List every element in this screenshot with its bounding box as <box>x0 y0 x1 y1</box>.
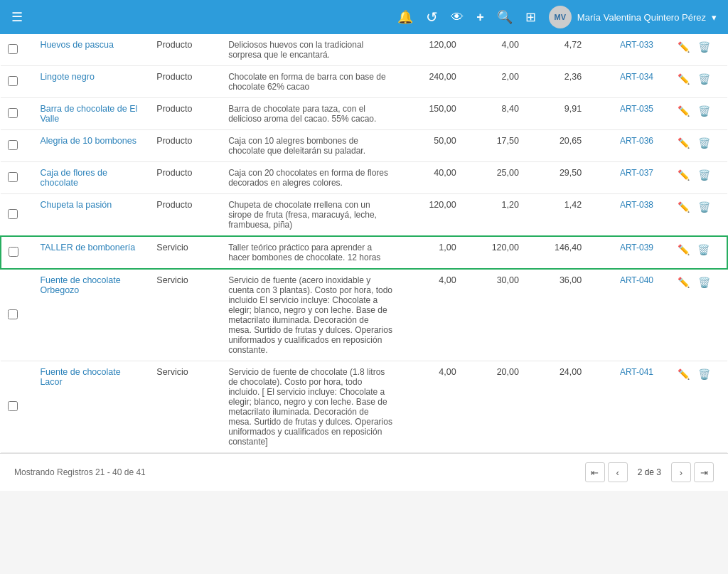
user-info[interactable]: MV María Valentina Quintero Pérez ▾ <box>549 6 717 28</box>
product-price-cell: 8,40 <box>464 98 526 130</box>
product-name-cell: TALLER de bombonería <box>33 236 149 269</box>
edit-button[interactable]: ✏️ <box>675 72 692 86</box>
edit-button[interactable]: ✏️ <box>675 104 692 118</box>
table-row: Lingote negro Producto Chocolate en form… <box>1 66 727 98</box>
menu-icon[interactable]: ☰ <box>11 9 23 25</box>
product-name-link[interactable]: TALLER de bombonería <box>40 243 135 253</box>
table-row: Alegria de 10 bombones Producto Caja con… <box>1 130 727 162</box>
edit-button[interactable]: ✏️ <box>675 367 692 381</box>
edit-button[interactable]: ✏️ <box>675 243 692 257</box>
product-total-cell: 2,36 <box>526 66 589 98</box>
product-total-cell: 146,40 <box>526 236 589 269</box>
product-total-cell: 9,91 <box>526 98 589 130</box>
product-art-cell: ART-041 <box>589 361 660 453</box>
product-action-cell: ✏️ 🗑️ <box>660 361 727 453</box>
delete-button[interactable]: 🗑️ <box>695 104 713 118</box>
user-dropdown-icon[interactable]: ▾ <box>712 12 717 23</box>
product-price-cell: 120,00 <box>464 236 526 269</box>
product-name-link[interactable]: Fuente de chocolate Orbegozo <box>40 275 120 295</box>
row-checkbox-cell <box>1 236 33 269</box>
row-checkbox[interactable] <box>9 247 18 257</box>
row-checkbox[interactable] <box>8 401 18 411</box>
delete-button[interactable]: 🗑️ <box>695 72 713 86</box>
row-checkbox[interactable] <box>8 140 18 150</box>
row-checkbox-cell <box>1 361 33 453</box>
product-name-cell: Caja de flores de chocolate <box>33 162 149 194</box>
art-link[interactable]: ART-036 <box>620 136 653 146</box>
delete-button[interactable]: 🗑️ <box>695 40 713 54</box>
product-qty-cell: 4,00 <box>400 269 463 361</box>
product-desc-cell: Caja con 20 chocolates en forma de flore… <box>221 162 400 194</box>
first-page-button[interactable]: ⇤ <box>585 462 605 482</box>
product-total-cell: 20,65 <box>526 130 589 162</box>
product-price-cell: 25,00 <box>464 162 526 194</box>
row-checkbox[interactable] <box>8 108 18 118</box>
delete-button[interactable]: 🗑️ <box>695 168 713 182</box>
product-name-link[interactable]: Caja de flores de chocolate <box>40 168 107 188</box>
delete-button[interactable]: 🗑️ <box>695 136 713 150</box>
grid-icon[interactable]: ⊞ <box>525 9 536 25</box>
product-action-cell: ✏️ 🗑️ <box>660 269 727 361</box>
last-page-button[interactable]: ⇥ <box>694 462 714 482</box>
product-name-cell: Barra de chocolate de El Valle <box>33 98 149 130</box>
product-price-cell: 4,00 <box>464 34 526 66</box>
delete-button[interactable]: 🗑️ <box>695 243 712 257</box>
history-icon[interactable]: ↺ <box>426 9 438 26</box>
next-page-button[interactable]: › <box>671 462 691 482</box>
table-row: Barra de chocolate de El Valle Producto … <box>1 98 727 130</box>
product-desc-cell: Deliciosos huevos con la tradicional sor… <box>221 34 400 66</box>
edit-button[interactable]: ✏️ <box>675 168 692 182</box>
product-price-cell: 2,00 <box>464 66 526 98</box>
product-qty-cell: 1,00 <box>400 236 463 269</box>
row-checkbox[interactable] <box>8 209 18 219</box>
product-total-cell: 1,42 <box>526 194 589 237</box>
row-checkbox[interactable] <box>8 309 18 319</box>
edit-button[interactable]: ✏️ <box>675 40 692 54</box>
art-link[interactable]: ART-033 <box>620 40 653 50</box>
prev-page-button[interactable]: ‹ <box>608 462 628 482</box>
product-name-cell: Fuente de chocolate Orbegozo <box>33 269 149 361</box>
add-icon[interactable]: + <box>476 10 484 25</box>
art-link[interactable]: ART-038 <box>620 200 653 210</box>
row-checkbox[interactable] <box>8 172 18 182</box>
product-name-link[interactable]: Barra de chocolate de El Valle <box>40 104 137 124</box>
product-table-wrap: Huevos de pascua Producto Deliciosos hue… <box>0 34 728 453</box>
table-row: Fuente de chocolate Lacor Servicio Servi… <box>1 361 727 453</box>
art-link[interactable]: ART-039 <box>620 243 653 253</box>
product-desc-cell: Taller teórico práctico para aprender a … <box>221 236 400 269</box>
product-name-link[interactable]: Huevos de pascua <box>40 40 114 50</box>
product-name-link[interactable]: Lingote negro <box>40 72 94 82</box>
product-type-cell: Servicio <box>149 236 221 269</box>
product-name-cell: Alegria de 10 bombones <box>33 130 149 162</box>
product-action-cell: ✏️ 🗑️ <box>660 34 727 66</box>
eye-icon[interactable]: 👁 <box>451 10 464 25</box>
product-qty-cell: 240,00 <box>400 66 463 98</box>
delete-button[interactable]: 🗑️ <box>695 367 713 381</box>
product-art-cell: ART-037 <box>589 162 660 194</box>
product-art-cell: ART-033 <box>589 34 660 66</box>
product-qty-cell: 40,00 <box>400 162 463 194</box>
product-type-cell: Producto <box>149 98 221 130</box>
product-name-link[interactable]: Alegria de 10 bombones <box>40 136 136 146</box>
art-link[interactable]: ART-037 <box>620 168 653 178</box>
edit-button[interactable]: ✏️ <box>675 200 692 214</box>
edit-button[interactable]: ✏️ <box>675 136 692 150</box>
product-name-link[interactable]: Fuente de chocolate Lacor <box>40 367 120 387</box>
art-link[interactable]: ART-041 <box>620 367 653 377</box>
art-link[interactable]: ART-034 <box>620 72 653 82</box>
product-price-cell: 20,00 <box>464 361 526 453</box>
search-icon[interactable]: 🔍 <box>497 9 513 25</box>
bell-icon[interactable]: 🔔 <box>397 9 413 25</box>
product-name-link[interactable]: Chupeta la pasión <box>40 200 112 210</box>
edit-button[interactable]: ✏️ <box>675 275 692 289</box>
art-link[interactable]: ART-035 <box>620 104 653 114</box>
delete-button[interactable]: 🗑️ <box>695 200 713 214</box>
delete-button[interactable]: 🗑️ <box>695 275 713 289</box>
art-link[interactable]: ART-040 <box>620 275 653 285</box>
product-qty-cell: 120,00 <box>400 194 463 237</box>
row-checkbox[interactable] <box>8 44 18 54</box>
product-type-cell: Producto <box>149 162 221 194</box>
product-total-cell: 4,72 <box>526 34 589 66</box>
row-checkbox[interactable] <box>8 76 18 86</box>
topnav: ☰ 🔔 ↺ 👁 + 🔍 ⊞ MV María Valentina Quinter… <box>0 0 728 34</box>
